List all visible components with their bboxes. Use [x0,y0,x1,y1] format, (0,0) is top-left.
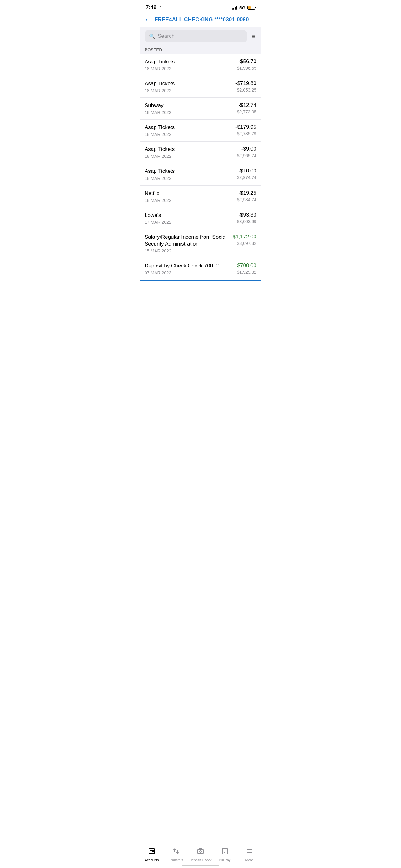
transaction-list: Asap Tickets 18 MAR 2022 -$56.70 $1,996.… [140,54,261,281]
main-content: POSTED Asap Tickets 18 MAR 2022 -$56.70 … [140,45,261,309]
table-row[interactable]: Salary/Regular Income from Social Securi… [140,229,261,258]
search-container: 🔍 Search ≡ [140,28,261,45]
table-row[interactable]: Asap Tickets 18 MAR 2022 -$9.00 $2,965.7… [140,142,261,163]
search-input[interactable]: Search [158,33,175,39]
header: ← FREE4ALL CHECKING ****0301-0090 [140,13,261,28]
back-button[interactable]: ← [144,16,152,24]
table-row[interactable]: Lowe's 17 MAR 2022 -$93.33 $3,003.99 [140,208,261,229]
status-icons: 5G [232,5,255,10]
section-header: POSTED [140,45,261,54]
signal-icon [232,5,237,10]
account-title: FREE4ALL CHECKING ****0301-0090 [155,17,249,23]
search-box[interactable]: 🔍 Search [144,30,247,42]
table-row[interactable]: Asap Tickets 18 MAR 2022 -$179.95 $2,785… [140,120,261,142]
status-time: 7:42 [146,4,162,11]
status-bar: 7:42 5G [140,0,261,13]
table-row[interactable]: Netflix 18 MAR 2022 -$19.25 $2,984.74 [140,186,261,208]
network-label: 5G [239,5,245,10]
table-row[interactable]: Deposit by Check Check 700.00 07 MAR 202… [140,258,261,281]
table-row[interactable]: Asap Tickets 18 MAR 2022 -$56.70 $1,996.… [140,54,261,76]
table-row[interactable]: Subway 18 MAR 2022 -$12.74 $2,773.05 [140,98,261,120]
table-row[interactable]: Asap Tickets 18 MAR 2022 -$10.00 $2,974.… [140,163,261,185]
location-icon [158,6,162,9]
filter-icon[interactable]: ≡ [250,32,257,41]
battery-icon [247,6,255,10]
search-icon: 🔍 [149,33,155,39]
table-row[interactable]: Asap Tickets 18 MAR 2022 -$719.80 $2,053… [140,76,261,98]
